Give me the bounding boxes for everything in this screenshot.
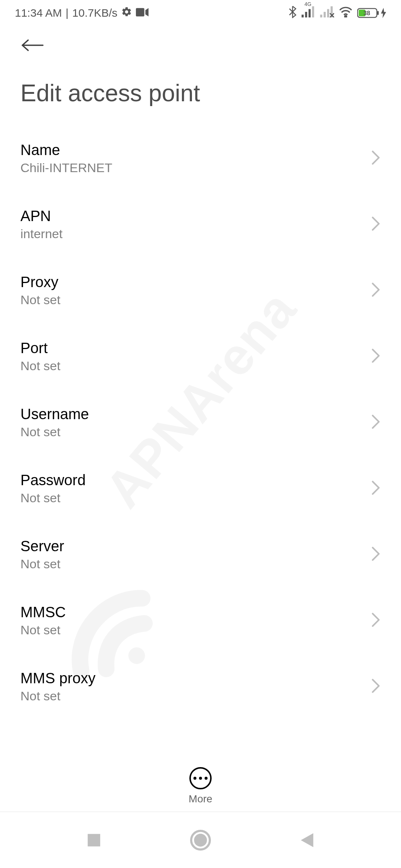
svg-rect-4: [312, 6, 314, 17]
triangle-left-icon: [299, 832, 315, 849]
row-mmsc[interactable]: MMSC Not set: [0, 588, 401, 654]
row-server[interactable]: Server Not set: [0, 522, 401, 588]
more-button[interactable]: [189, 767, 212, 789]
svg-rect-0: [136, 8, 144, 17]
row-mms-proxy[interactable]: MMS proxy Not set: [0, 654, 401, 720]
signal-1-icon: 4G: [301, 6, 316, 20]
circle-icon: [190, 829, 211, 851]
row-proxy[interactable]: Proxy Not set: [0, 257, 401, 323]
row-label: APN: [20, 208, 62, 224]
row-value: Not set: [20, 293, 61, 307]
chevron-right-icon: [371, 678, 381, 695]
chevron-right-icon: [371, 546, 381, 563]
svg-point-18: [194, 834, 207, 846]
row-label: Port: [20, 340, 61, 356]
navigation-bar: [0, 812, 401, 868]
video-icon: [136, 7, 149, 19]
chevron-right-icon: [371, 348, 381, 365]
nav-recents-button[interactable]: [81, 827, 107, 853]
row-value: Not set: [20, 623, 66, 637]
app-header: [0, 26, 401, 57]
row-label: Proxy: [20, 274, 61, 290]
row-label: Name: [20, 142, 112, 158]
row-label: Username: [20, 406, 89, 423]
wifi-icon: [339, 6, 353, 20]
row-password[interactable]: Password Not set: [0, 456, 401, 522]
status-net-speed: 10.7KB/s: [72, 7, 118, 19]
row-name[interactable]: Name Chili-INTERNET: [0, 125, 401, 191]
row-value: Not set: [20, 425, 89, 439]
status-divider: |: [66, 7, 69, 19]
charging-icon: [381, 8, 386, 18]
status-time: 11:34 AM: [15, 7, 62, 19]
row-value: Not set: [20, 689, 95, 703]
status-bar: 11:34 AM | 10.7KB/s 4G 38: [0, 0, 401, 26]
row-value: internet: [20, 227, 62, 241]
row-username[interactable]: Username Not set: [0, 389, 401, 456]
row-apn[interactable]: APN internet: [0, 191, 401, 257]
svg-rect-1: [301, 14, 304, 17]
svg-rect-16: [88, 834, 101, 846]
page-title: Edit access point: [0, 57, 401, 114]
svg-rect-11: [377, 11, 379, 15]
svg-text:38: 38: [363, 10, 370, 16]
row-value: Chili-INTERNET: [20, 161, 112, 175]
svg-rect-6: [324, 12, 326, 17]
svg-rect-3: [309, 9, 311, 17]
gear-icon: [121, 6, 132, 20]
dots-horizontal-icon: [193, 777, 208, 780]
back-button[interactable]: [20, 33, 44, 57]
row-label: Password: [20, 472, 86, 489]
signal-2-icon: [320, 6, 334, 20]
svg-point-9: [345, 16, 347, 17]
row-value: Not set: [20, 491, 86, 505]
status-left: 11:34 AM | 10.7KB/s: [15, 6, 149, 20]
chevron-right-icon: [371, 216, 381, 233]
chevron-right-icon: [371, 150, 381, 167]
chevron-right-icon: [371, 414, 381, 431]
svg-rect-5: [320, 14, 322, 17]
nav-back-button[interactable]: [294, 827, 320, 853]
chevron-right-icon: [371, 612, 381, 629]
bluetooth-icon: [288, 6, 297, 21]
chevron-right-icon: [371, 480, 381, 497]
row-port[interactable]: Port Not set: [0, 323, 401, 389]
more-label: More: [189, 793, 212, 805]
row-value: Not set: [20, 557, 64, 571]
more-area: More: [0, 756, 401, 805]
svg-rect-7: [327, 9, 329, 17]
battery-indicator: 38: [357, 7, 386, 19]
settings-list: Name Chili-INTERNET APN internet Proxy N…: [0, 114, 401, 720]
chevron-right-icon: [371, 282, 381, 299]
svg-rect-2: [305, 12, 307, 17]
row-label: Server: [20, 538, 64, 555]
row-value: Not set: [20, 359, 61, 373]
row-label: MMS proxy: [20, 670, 95, 687]
nav-home-button[interactable]: [188, 827, 213, 853]
square-icon: [86, 832, 102, 848]
row-label: MMSC: [20, 604, 66, 621]
status-right: 4G 38: [288, 6, 386, 21]
